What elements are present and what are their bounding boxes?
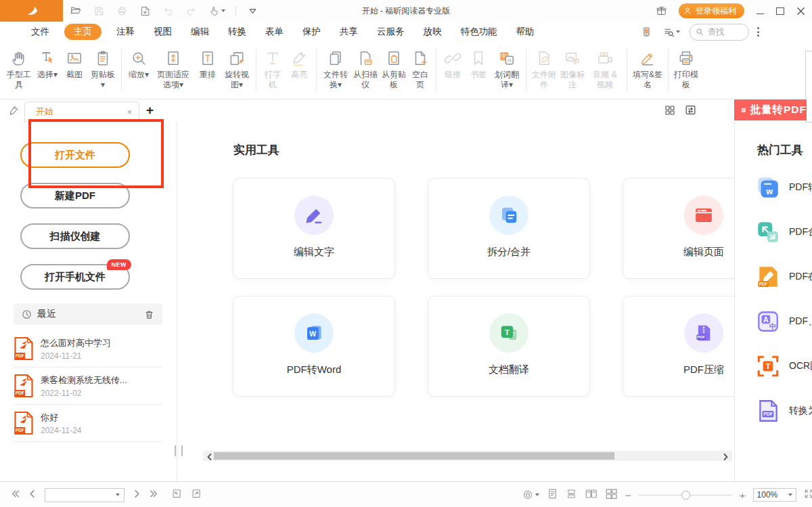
batch-convert-pdf-button[interactable]: 批量转PDF (734, 100, 807, 120)
menu-present[interactable]: 放映 (414, 24, 451, 40)
edit-tabs-icon[interactable] (9, 105, 21, 119)
first-page-icon[interactable] (11, 489, 20, 501)
menu-features[interactable]: 特色功能 (451, 24, 507, 40)
tab-close-icon[interactable]: × (127, 107, 132, 117)
customize-toolbar-icon[interactable] (246, 4, 259, 18)
hot-tool-pdf-to-word[interactable]: w PDF转 (755, 175, 812, 200)
menu-share[interactable]: 共享 (330, 24, 367, 40)
menu-home[interactable]: 主页 (64, 24, 102, 40)
select-button[interactable]: 选择▾ (34, 48, 61, 80)
scroll-left-icon[interactable] (206, 451, 213, 464)
scrollbar-thumb[interactable] (214, 452, 614, 460)
last-page-icon[interactable] (149, 489, 158, 501)
ribbon-separator (256, 48, 256, 91)
menu-form[interactable]: 表单 (256, 24, 293, 40)
facing-continuous-layout-icon[interactable] (605, 488, 618, 502)
find-input[interactable] (706, 26, 739, 37)
facing-layout-icon[interactable] (585, 488, 597, 502)
fill-sign-button[interactable]: 填写&签名 (631, 48, 664, 90)
translate-doc-icon: T (499, 323, 519, 343)
card-pdf-to-word[interactable]: W PDF转Word (233, 296, 395, 397)
menu-protect[interactable]: 保护 (293, 24, 330, 40)
continuous-layout-icon[interactable] (566, 488, 577, 502)
minimize-button[interactable] (755, 6, 765, 16)
card-split-merge[interactable]: 拆分/合并 (428, 178, 590, 279)
scroll-right-icon[interactable] (722, 451, 729, 464)
word-translate-button[interactable]: 中A 划词翻译▾ (491, 48, 522, 90)
card-edit-text[interactable]: 编辑文字 (233, 178, 395, 279)
next-page-icon[interactable] (133, 489, 140, 501)
recent-file-row[interactable]: PDF 乘客检测系统无线传...2022-11-02 (14, 368, 162, 405)
blank-page-icon (411, 48, 429, 68)
maximize-button[interactable] (775, 6, 785, 16)
pdf-translate-icon: A中 (755, 309, 781, 334)
card-doc-translate[interactable]: T 文档翻译 (428, 296, 590, 397)
new-document-icon[interactable] (138, 4, 152, 18)
zoom-button[interactable]: 缩放▾ (125, 48, 152, 80)
titlebar-right: 登录领福利 (654, 0, 805, 22)
audio-video-icon (596, 48, 614, 68)
zoom-level-combo[interactable]: 100% (753, 488, 796, 502)
more-options-icon[interactable] (757, 27, 759, 37)
hot-tool-label: PDF在 (789, 271, 812, 283)
menu-file[interactable]: 文件 (22, 24, 59, 40)
search-options-icon[interactable] (661, 25, 681, 39)
mobile-phone-icon[interactable] (639, 25, 653, 39)
scanner-create-button[interactable]: 扫描仪创建 (20, 223, 130, 249)
hot-tool-pdf-translate[interactable]: A中 PDF、 (755, 309, 812, 334)
view-mode-icon[interactable] (522, 489, 539, 500)
hot-tool-ocr[interactable]: T OCR图 (755, 353, 812, 379)
from-clipboard-button[interactable]: 从剪贴板 (380, 48, 408, 90)
from-scanner-button[interactable]: 从扫描仪 (351, 48, 380, 90)
recent-file-row[interactable]: PDF 怎么面对高中学习2024-11-21 (14, 330, 162, 368)
open-folder-icon[interactable] (69, 4, 83, 18)
recent-file-row[interactable]: PDF 你好2024-11-24 (14, 405, 162, 442)
zoom-slider-knob[interactable] (681, 491, 690, 500)
previous-page-icon[interactable] (29, 489, 36, 501)
print-template-button[interactable]: 打印模板 (672, 48, 700, 90)
panel-resize-handle[interactable] (175, 445, 183, 456)
hand-pointer-caret-icon (221, 9, 225, 12)
menu-help[interactable]: 帮助 (507, 24, 544, 40)
switch-document-icon[interactable] (685, 104, 696, 118)
card-edit-pages[interactable]: 编辑页面 (623, 178, 734, 279)
menu-edit[interactable]: 编辑 (181, 24, 219, 40)
clipboard-button[interactable]: 剪贴板▾ (88, 48, 118, 90)
zoom-in-icon[interactable]: + (740, 489, 746, 501)
foxit-logo (0, 0, 63, 22)
find-box[interactable] (690, 24, 749, 41)
menu-convert[interactable]: 转换 (219, 24, 256, 40)
grid-view-icon[interactable] (664, 105, 675, 118)
file-convert-button[interactable]: 文件转换▾ (320, 48, 351, 90)
hot-tool-pdf-online-edit[interactable]: PDF PDF在 (755, 264, 812, 290)
next-view-icon[interactable] (191, 488, 202, 502)
menu-view[interactable]: 视图 (144, 24, 181, 40)
page-number-combo[interactable] (45, 488, 125, 502)
menu-cloud[interactable]: 云服务 (367, 24, 414, 40)
svg-text:PDF: PDF (16, 428, 24, 433)
hand-pointer-icon[interactable] (207, 4, 226, 18)
open-mobile-file-button[interactable]: 打开手机文件 NEW (20, 264, 130, 290)
new-tab-button[interactable]: + (146, 103, 154, 118)
single-page-layout-icon[interactable] (547, 488, 558, 502)
card-pdf-compress[interactable]: PDF PDF压缩 (623, 296, 734, 397)
horizontal-scrollbar[interactable] (203, 451, 732, 461)
login-button[interactable]: 登录领福利 (679, 3, 744, 18)
hot-tool-convert-to-pdf[interactable]: PDF 转换为 (755, 398, 812, 424)
fullscreen-icon[interactable] (804, 489, 812, 502)
rotate-view-button[interactable]: 旋转视图▾ (221, 48, 252, 90)
gift-icon[interactable] (654, 4, 668, 18)
blank-page-button[interactable]: 空白页 (408, 48, 432, 90)
reflow-button[interactable]: 重排 (194, 48, 221, 80)
zoom-out-icon[interactable]: − (625, 489, 631, 501)
hand-tool-button[interactable]: 手型工具 (4, 48, 34, 90)
snapshot-button[interactable]: 截图 (61, 48, 88, 80)
menu-comment[interactable]: 注释 (107, 24, 144, 40)
zoom-level-value: 100% (757, 490, 786, 500)
hot-tool-pdf-merge[interactable]: PDF合 (755, 219, 812, 245)
close-button[interactable] (796, 6, 805, 16)
previous-view-icon[interactable] (171, 488, 182, 502)
trash-icon[interactable] (144, 309, 154, 319)
zoom-slider[interactable] (639, 490, 732, 500)
page-fit-button[interactable]: 页面适应选项▾ (152, 48, 194, 90)
